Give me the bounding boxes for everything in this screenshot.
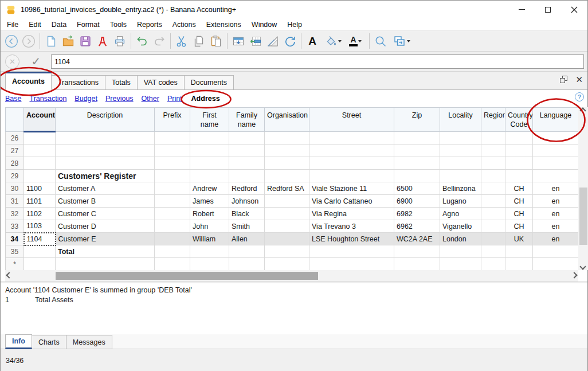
table-cell[interactable] <box>481 245 505 258</box>
table-cell[interactable]: 1101 <box>24 195 56 208</box>
table-cell[interactable] <box>505 245 533 258</box>
table-cell[interactable]: Smith <box>229 220 265 233</box>
menu-item-tools[interactable]: Tools <box>105 19 132 30</box>
table-cell[interactable] <box>481 132 505 145</box>
table-cell[interactable] <box>481 170 505 182</box>
table-cell[interactable] <box>265 233 309 245</box>
table-cell[interactable]: Via Trevano 3 <box>309 220 394 233</box>
row-header-star[interactable]: * <box>6 258 24 271</box>
table-cell[interactable]: Redford <box>229 182 265 195</box>
tab-transactions[interactable]: Transactions <box>52 75 105 90</box>
horizontal-scroll-thumb[interactable] <box>56 272 318 280</box>
view-link-previous[interactable]: Previous <box>105 95 134 103</box>
table-cell[interactable]: London <box>440 233 481 245</box>
window-arrange-button[interactable] <box>389 33 413 50</box>
table-cell[interactable]: Viganello <box>440 220 481 233</box>
view-link-other[interactable]: Other <box>142 95 159 103</box>
menu-item-actions[interactable]: Actions <box>167 19 201 30</box>
table-cell[interactable] <box>440 157 481 170</box>
row-header-27[interactable]: 27 <box>6 145 24 157</box>
table-cell[interactable] <box>155 145 190 157</box>
table-cell[interactable]: CH <box>505 195 533 208</box>
cell-edit-input[interactable] <box>51 54 584 69</box>
fill-color-button[interactable] <box>321 33 344 50</box>
table-cell[interactable] <box>533 245 579 258</box>
tab-info[interactable]: Info <box>5 334 32 349</box>
table-cell[interactable]: William <box>190 233 229 245</box>
table-cell[interactable] <box>440 258 481 271</box>
table-cell[interactable] <box>155 233 190 245</box>
table-cell[interactable] <box>309 245 394 258</box>
table-cell[interactable]: Customer E <box>56 233 155 245</box>
table-cell[interactable] <box>481 145 505 157</box>
menu-item-reports[interactable]: Reports <box>132 19 167 30</box>
table-cell[interactable]: Lugano <box>440 195 481 208</box>
table-cell[interactable] <box>533 157 579 170</box>
table-cell[interactable] <box>24 132 56 145</box>
tab-documents[interactable]: Documents <box>185 75 234 90</box>
table-cell[interactable] <box>533 170 579 182</box>
table-cell[interactable] <box>190 245 229 258</box>
table-cell[interactable]: 1102 <box>24 208 56 220</box>
menu-item-file[interactable]: File <box>2 19 23 30</box>
undo-button[interactable] <box>134 33 151 50</box>
horizontal-scrollbar[interactable] <box>5 270 578 282</box>
tab-charts[interactable]: Charts <box>32 335 66 349</box>
table-cell[interactable] <box>394 258 440 271</box>
cancel-edit-button[interactable]: ✕ <box>5 54 19 69</box>
table-cell[interactable]: 6500 <box>394 182 440 195</box>
maximize-button[interactable] <box>535 1 561 18</box>
tab-vat-codes[interactable]: VAT codes <box>138 75 185 90</box>
table-cell[interactable]: Customer D <box>56 220 155 233</box>
pdf-export-button[interactable] <box>94 33 111 50</box>
extract-rows-button[interactable] <box>247 33 264 50</box>
table-cell[interactable] <box>533 145 579 157</box>
row-header-33[interactable]: 33 <box>6 220 24 233</box>
column-header-account[interactable]: Account <box>24 108 56 132</box>
table-cell[interactable] <box>229 157 265 170</box>
table-cell[interactable] <box>190 258 229 271</box>
table-cell[interactable]: John <box>190 220 229 233</box>
table-cell[interactable] <box>309 258 394 271</box>
table-cell[interactable]: WC2A 2AE <box>394 233 440 245</box>
tab-messages[interactable]: Messages <box>66 335 112 349</box>
table-cell[interactable] <box>265 245 309 258</box>
table-cell[interactable] <box>190 132 229 145</box>
table-cell[interactable] <box>481 182 505 195</box>
table-cell[interactable] <box>24 258 56 271</box>
table-cell[interactable]: en <box>533 208 579 220</box>
row-header-28[interactable]: 28 <box>6 157 24 170</box>
column-header-description[interactable]: Description <box>56 108 155 132</box>
column-header-first-name[interactable]: First name <box>190 108 229 132</box>
table-cell[interactable]: Customer B <box>56 195 155 208</box>
column-header-country-code[interactable]: Country Code <box>505 108 533 132</box>
close-pane-button[interactable]: ✕ <box>575 75 583 84</box>
table-cell[interactable]: Via Carlo Cattaneo <box>309 195 394 208</box>
table-cell[interactable] <box>56 132 155 145</box>
table-cell[interactable] <box>56 145 155 157</box>
table-cell[interactable]: Johnson <box>229 195 265 208</box>
row-header-30[interactable]: 30 <box>6 182 24 195</box>
row-header-34[interactable]: 34 <box>6 233 24 245</box>
menu-item-format[interactable]: Format <box>72 19 105 30</box>
column-header-locality[interactable]: Locality <box>440 108 481 132</box>
table-cell[interactable]: Allen <box>229 233 265 245</box>
table-cell[interactable] <box>309 145 394 157</box>
table-cell[interactable]: CH <box>505 220 533 233</box>
column-header-family-name[interactable]: Family name <box>229 108 265 132</box>
table-cell[interactable] <box>265 258 309 271</box>
restore-pane-button[interactable] <box>560 76 567 83</box>
table-cell[interactable]: Black <box>229 208 265 220</box>
table-cell[interactable]: 6900 <box>394 195 440 208</box>
table-cell[interactable] <box>394 170 440 182</box>
table-cell[interactable]: Total <box>56 245 155 258</box>
view-link-print[interactable]: Print <box>167 95 182 103</box>
table-cell[interactable] <box>229 258 265 271</box>
row-header-26[interactable]: 26 <box>6 132 24 145</box>
table-cell[interactable] <box>440 132 481 145</box>
table-cell[interactable]: Bellinzona <box>440 182 481 195</box>
table-cell[interactable] <box>309 157 394 170</box>
table-cell[interactable]: Customers' Register <box>56 170 155 182</box>
redo-button[interactable] <box>151 33 168 50</box>
tab-totals[interactable]: Totals <box>105 75 138 90</box>
